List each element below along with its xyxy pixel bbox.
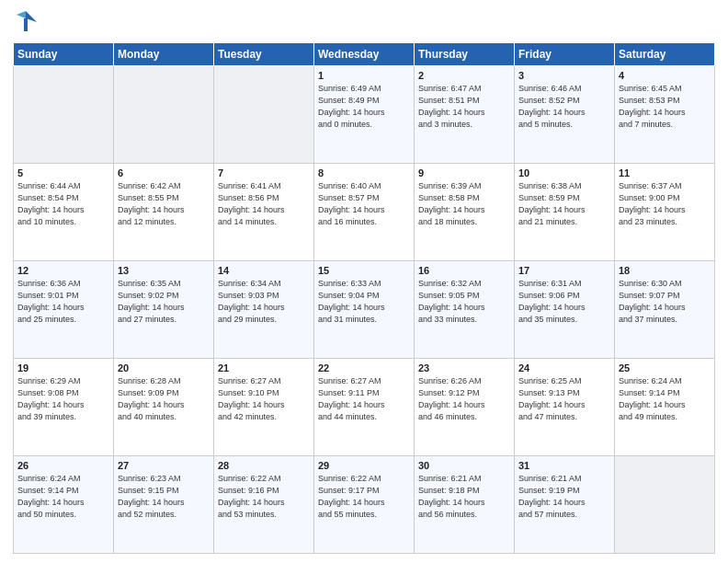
day-cell: 11Sunrise: 6:37 AM Sunset: 9:00 PM Dayli… (615, 164, 715, 261)
day-info: Sunrise: 6:41 AM Sunset: 8:56 PM Dayligh… (218, 180, 310, 228)
day-info: Sunrise: 6:45 AM Sunset: 8:53 PM Dayligh… (619, 83, 711, 131)
day-number: 29 (318, 460, 410, 471)
weekday-header-monday: Monday (114, 43, 214, 66)
day-cell (114, 66, 214, 164)
day-cell: 10Sunrise: 6:38 AM Sunset: 8:59 PM Dayli… (515, 164, 615, 261)
day-number: 10 (518, 167, 610, 178)
day-cell (14, 66, 114, 164)
day-number: 27 (118, 460, 210, 471)
day-number: 9 (418, 167, 510, 178)
day-number: 13 (118, 265, 210, 276)
day-number: 17 (518, 265, 610, 276)
day-info: Sunrise: 6:24 AM Sunset: 9:14 PM Dayligh… (619, 375, 711, 423)
day-info: Sunrise: 6:39 AM Sunset: 8:58 PM Dayligh… (418, 180, 510, 228)
day-number: 6 (118, 167, 210, 178)
day-info: Sunrise: 6:21 AM Sunset: 9:18 PM Dayligh… (418, 473, 510, 521)
header (13, 9, 715, 35)
day-cell: 7Sunrise: 6:41 AM Sunset: 8:56 PM Daylig… (214, 164, 314, 261)
day-info: Sunrise: 6:27 AM Sunset: 9:10 PM Dayligh… (218, 375, 310, 423)
day-cell: 8Sunrise: 6:40 AM Sunset: 8:57 PM Daylig… (314, 164, 415, 261)
day-info: Sunrise: 6:46 AM Sunset: 8:52 PM Dayligh… (518, 83, 610, 131)
day-info: Sunrise: 6:42 AM Sunset: 8:55 PM Dayligh… (118, 180, 210, 228)
day-cell: 1Sunrise: 6:49 AM Sunset: 8:49 PM Daylig… (314, 66, 415, 164)
day-cell: 6Sunrise: 6:42 AM Sunset: 8:55 PM Daylig… (114, 164, 214, 261)
day-cell: 17Sunrise: 6:31 AM Sunset: 9:06 PM Dayli… (515, 261, 615, 359)
day-info: Sunrise: 6:47 AM Sunset: 8:51 PM Dayligh… (418, 83, 510, 131)
day-info: Sunrise: 6:25 AM Sunset: 9:13 PM Dayligh… (518, 375, 610, 423)
day-info: Sunrise: 6:22 AM Sunset: 9:17 PM Dayligh… (318, 473, 410, 521)
weekday-header-tuesday: Tuesday (214, 43, 314, 66)
day-cell: 28Sunrise: 6:22 AM Sunset: 9:16 PM Dayli… (214, 456, 314, 554)
day-info: Sunrise: 6:35 AM Sunset: 9:02 PM Dayligh… (118, 278, 210, 326)
day-info: Sunrise: 6:36 AM Sunset: 9:01 PM Dayligh… (17, 278, 109, 326)
weekday-header-wednesday: Wednesday (314, 43, 415, 66)
day-cell: 30Sunrise: 6:21 AM Sunset: 9:18 PM Dayli… (415, 456, 515, 554)
weekday-header-row: SundayMondayTuesdayWednesdayThursdayFrid… (14, 43, 715, 66)
weekday-header-thursday: Thursday (415, 43, 515, 66)
day-number: 19 (17, 362, 109, 373)
day-number: 20 (118, 362, 210, 373)
day-info: Sunrise: 6:24 AM Sunset: 9:14 PM Dayligh… (17, 473, 109, 521)
week-row-3: 12Sunrise: 6:36 AM Sunset: 9:01 PM Dayli… (14, 261, 715, 359)
day-number: 21 (218, 362, 310, 373)
day-cell: 29Sunrise: 6:22 AM Sunset: 9:17 PM Dayli… (314, 456, 415, 554)
svg-marker-1 (17, 11, 26, 18)
day-cell: 9Sunrise: 6:39 AM Sunset: 8:58 PM Daylig… (415, 164, 515, 261)
svg-rect-2 (24, 18, 28, 31)
day-info: Sunrise: 6:28 AM Sunset: 9:09 PM Dayligh… (118, 375, 210, 423)
day-cell: 19Sunrise: 6:29 AM Sunset: 9:08 PM Dayli… (14, 359, 114, 456)
day-cell: 16Sunrise: 6:32 AM Sunset: 9:05 PM Dayli… (415, 261, 515, 359)
day-number: 1 (318, 70, 410, 81)
day-info: Sunrise: 6:29 AM Sunset: 9:08 PM Dayligh… (17, 375, 109, 423)
day-info: Sunrise: 6:21 AM Sunset: 9:19 PM Dayligh… (518, 473, 610, 521)
day-number: 30 (418, 460, 510, 471)
day-cell: 18Sunrise: 6:30 AM Sunset: 9:07 PM Dayli… (615, 261, 715, 359)
day-info: Sunrise: 6:32 AM Sunset: 9:05 PM Dayligh… (418, 278, 510, 326)
day-cell (615, 456, 715, 554)
day-info: Sunrise: 6:33 AM Sunset: 9:04 PM Dayligh… (318, 278, 410, 326)
day-info: Sunrise: 6:22 AM Sunset: 9:16 PM Dayligh… (218, 473, 310, 521)
day-info: Sunrise: 6:37 AM Sunset: 9:00 PM Dayligh… (619, 180, 711, 228)
day-cell: 21Sunrise: 6:27 AM Sunset: 9:10 PM Dayli… (214, 359, 314, 456)
logo-icon (13, 9, 39, 35)
day-cell: 5Sunrise: 6:44 AM Sunset: 8:54 PM Daylig… (14, 164, 114, 261)
day-cell: 3Sunrise: 6:46 AM Sunset: 8:52 PM Daylig… (515, 66, 615, 164)
day-number: 23 (418, 362, 510, 373)
page: SundayMondayTuesdayWednesdayThursdayFrid… (0, 0, 728, 563)
day-number: 14 (218, 265, 310, 276)
day-number: 18 (619, 265, 711, 276)
day-number: 22 (318, 362, 410, 373)
day-number: 28 (218, 460, 310, 471)
day-info: Sunrise: 6:49 AM Sunset: 8:49 PM Dayligh… (318, 83, 410, 131)
day-number: 7 (218, 167, 310, 178)
day-cell: 15Sunrise: 6:33 AM Sunset: 9:04 PM Dayli… (314, 261, 415, 359)
day-number: 2 (418, 70, 510, 81)
day-cell: 12Sunrise: 6:36 AM Sunset: 9:01 PM Dayli… (14, 261, 114, 359)
day-info: Sunrise: 6:38 AM Sunset: 8:59 PM Dayligh… (518, 180, 610, 228)
day-cell: 14Sunrise: 6:34 AM Sunset: 9:03 PM Dayli… (214, 261, 314, 359)
day-info: Sunrise: 6:44 AM Sunset: 8:54 PM Dayligh… (17, 180, 109, 228)
day-info: Sunrise: 6:30 AM Sunset: 9:07 PM Dayligh… (619, 278, 711, 326)
day-cell: 24Sunrise: 6:25 AM Sunset: 9:13 PM Dayli… (515, 359, 615, 456)
day-cell: 2Sunrise: 6:47 AM Sunset: 8:51 PM Daylig… (415, 66, 515, 164)
day-info: Sunrise: 6:31 AM Sunset: 9:06 PM Dayligh… (518, 278, 610, 326)
day-cell: 13Sunrise: 6:35 AM Sunset: 9:02 PM Dayli… (114, 261, 214, 359)
day-cell (214, 66, 314, 164)
day-number: 15 (318, 265, 410, 276)
day-cell: 22Sunrise: 6:27 AM Sunset: 9:11 PM Dayli… (314, 359, 415, 456)
day-cell: 25Sunrise: 6:24 AM Sunset: 9:14 PM Dayli… (615, 359, 715, 456)
day-info: Sunrise: 6:40 AM Sunset: 8:57 PM Dayligh… (318, 180, 410, 228)
day-number: 25 (619, 362, 711, 373)
day-number: 31 (518, 460, 610, 471)
week-row-5: 26Sunrise: 6:24 AM Sunset: 9:14 PM Dayli… (14, 456, 715, 554)
day-number: 26 (17, 460, 109, 471)
weekday-header-saturday: Saturday (615, 43, 715, 66)
day-cell: 31Sunrise: 6:21 AM Sunset: 9:19 PM Dayli… (515, 456, 615, 554)
weekday-header-sunday: Sunday (14, 43, 114, 66)
day-number: 5 (17, 167, 109, 178)
week-row-4: 19Sunrise: 6:29 AM Sunset: 9:08 PM Dayli… (14, 359, 715, 456)
day-number: 16 (418, 265, 510, 276)
day-info: Sunrise: 6:27 AM Sunset: 9:11 PM Dayligh… (318, 375, 410, 423)
day-info: Sunrise: 6:23 AM Sunset: 9:15 PM Dayligh… (118, 473, 210, 521)
week-row-1: 1Sunrise: 6:49 AM Sunset: 8:49 PM Daylig… (14, 66, 715, 164)
